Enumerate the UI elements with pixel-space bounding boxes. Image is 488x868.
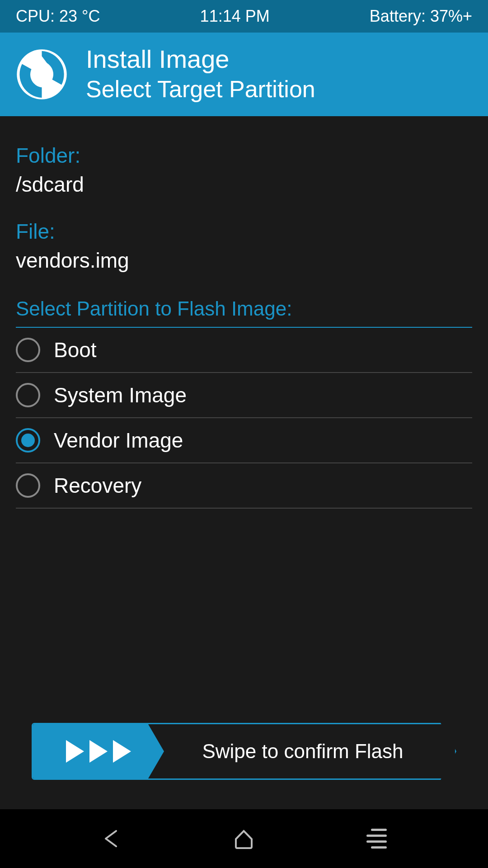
header-text-block: Install Image Select Target Partition [86,44,315,105]
back-icon [100,827,123,850]
radio-icon [16,338,40,362]
nav-back-button[interactable] [84,823,139,854]
folder-label: Folder: [16,143,472,168]
cpu-temp-label: CPU: 23 °C [16,7,100,26]
radio-label: Recovery [54,473,141,498]
main-content: Folder: /sdcard File: vendors.img Select… [0,116,488,809]
file-label: File: [16,219,472,244]
radio-icon [16,473,40,498]
swipe-label: Swipe to confirm Flash [164,740,455,763]
time-label: 11:14 PM [200,7,270,26]
radio-icon-selected [16,428,40,453]
battery-label: Battery: 37%+ [370,7,472,26]
partition-section-title: Select Partition to Flash Image: [16,297,472,328]
home-icon [231,826,256,851]
page-subtitle: Select Target Partition [86,74,315,105]
radio-item-system-image[interactable]: System Image [16,373,472,418]
twrp-logo-icon [16,48,68,100]
radio-item-vendor-image[interactable]: Vendor Image [16,418,472,463]
navigation-bar [0,809,488,868]
nav-home-button[interactable] [217,823,271,854]
file-info: File: vendors.img [16,219,472,273]
swipe-handle[interactable] [33,724,164,778]
app-header: Install Image Select Target Partition [0,33,488,116]
radio-item-recovery[interactable]: Recovery [16,463,472,509]
radio-label: System Image [54,383,187,407]
partition-radio-list: Boot System Image Vendor Image Recovery [16,328,472,509]
menu-icon [366,829,387,849]
radio-label: Vendor Image [54,428,183,453]
page-title: Install Image [86,44,315,74]
folder-info: Folder: /sdcard [16,143,472,197]
radio-item-boot[interactable]: Boot [16,328,472,373]
folder-value: /sdcard [16,172,472,197]
swipe-to-confirm[interactable]: Swipe to confirm Flash [32,723,456,780]
radio-label: Boot [54,338,97,362]
radio-icon [16,383,40,407]
arrow-right-icon [66,740,84,763]
arrow-right-icon [113,740,131,763]
nav-menu-button[interactable] [349,823,404,854]
arrow-right-icon [89,740,108,763]
status-bar: CPU: 23 °C 11:14 PM Battery: 37%+ [0,0,488,33]
file-value: vendors.img [16,248,472,273]
